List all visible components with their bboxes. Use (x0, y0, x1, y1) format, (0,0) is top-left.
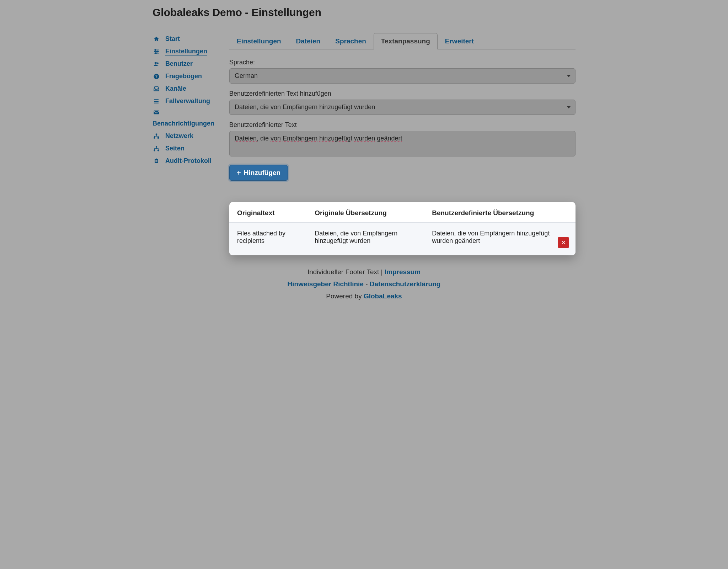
col-original-translation: Originale Übersetzung (307, 202, 424, 222)
sidebar-item-benutzer[interactable]: Benutzer (152, 58, 222, 70)
svg-text:?: ? (155, 74, 157, 78)
svg-rect-16 (157, 137, 159, 139)
add-button[interactable]: + Hinzufügen (229, 165, 288, 181)
custom-text-label: Benutzerdefinierter Text (229, 121, 576, 129)
sidebar-item-fallverwaltung[interactable]: Fallverwaltung (152, 95, 222, 107)
sidebar-item-seiten[interactable]: Seiten (152, 142, 222, 155)
cell-custom-translation: Dateien, die von Empfängern hinzugefügt … (424, 222, 576, 255)
home-icon (152, 36, 160, 42)
question-circle-icon: ? (152, 73, 160, 80)
language-label: Sprache: (229, 59, 576, 66)
svg-rect-21 (156, 158, 157, 159)
main-content: Einstellungen Dateien Sprachen Textanpas… (229, 33, 576, 255)
sidebar-item-audit[interactable]: Audit-Protokoll (152, 155, 222, 167)
add-custom-text-select[interactable]: Dateien, die von Empfängern hinzugefügt … (229, 100, 576, 115)
footer-custom-text: Individueller Footer Text (307, 268, 379, 276)
tab-sprachen[interactable]: Sprachen (328, 33, 374, 49)
sidebar-item-netzwerk[interactable]: Netzwerk (152, 130, 222, 142)
sidebar-item-label: Seiten (165, 145, 184, 152)
svg-point-6 (155, 62, 157, 64)
svg-rect-13 (154, 111, 159, 115)
language-select[interactable]: German (229, 68, 576, 84)
footer-datenschutz-link[interactable]: Datenschutzerklärung (370, 280, 441, 288)
custom-text-input[interactable]: Dateien, die von Empfängern hinzugefügt … (229, 131, 576, 156)
svg-point-3 (155, 49, 156, 50)
footer-globaleaks-link[interactable]: GlobaLeaks (364, 292, 402, 300)
svg-point-7 (157, 62, 159, 64)
sidebar-item-label: Benachrichtigungen (152, 120, 222, 127)
sidebar-item-einstellungen[interactable]: Einstellungen (152, 45, 222, 58)
svg-point-5 (155, 53, 156, 54)
svg-point-17 (156, 146, 157, 148)
plus-icon: + (237, 169, 241, 176)
translations-table: Originaltext Originale Übersetzung Benut… (229, 202, 576, 255)
footer: Individueller Footer Text | Impressum Hi… (152, 266, 576, 303)
footer-impressum-link[interactable]: Impressum (385, 268, 421, 276)
sidebar-item-label: Einstellungen (165, 48, 207, 55)
cell-original: Files attached by recipients (229, 222, 307, 255)
custom-translation-text: Dateien, die von Empfängern hinzugefügt … (432, 230, 550, 244)
list-icon (152, 99, 160, 104)
col-custom-translation: Benutzerdefinierte Übersetzung (424, 202, 576, 222)
svg-rect-15 (154, 137, 156, 139)
delete-row-button[interactable]: ✕ (558, 237, 569, 248)
tab-erweitert[interactable]: Erweitert (438, 33, 481, 49)
page-title: Globaleaks Demo - Einstellungen (152, 6, 576, 18)
sidebar-item-label: Benutzer (165, 60, 193, 68)
tab-dateien[interactable]: Dateien (289, 33, 328, 49)
sidebar-item-benachrichtigungen[interactable]: Benachrichtigungen (152, 107, 222, 130)
sidebar-item-label: Fragebögen (165, 73, 202, 80)
network-icon (152, 133, 160, 139)
sidebar-item-label: Kanäle (165, 85, 186, 92)
sliders-icon (152, 48, 160, 55)
add-button-label: Hinzufügen (244, 169, 280, 177)
sidebar-item-kanaele[interactable]: Kanäle (152, 83, 222, 95)
sidebar-item-label: Audit-Protokoll (165, 157, 212, 165)
col-original: Originaltext (229, 202, 307, 222)
tab-textanpassung[interactable]: Textanpassung (374, 33, 438, 49)
sidebar-item-start[interactable]: Start (152, 33, 222, 45)
sidebar-item-frageboegen[interactable]: ? Fragebögen (152, 70, 222, 83)
sidebar-item-label: Start (165, 35, 180, 43)
svg-point-4 (157, 51, 158, 52)
tab-einstellungen[interactable]: Einstellungen (229, 33, 289, 49)
svg-point-18 (154, 150, 156, 151)
add-custom-text-label: Benutzerdefinierten Text hinzufügen (229, 90, 576, 97)
envelope-icon (152, 110, 160, 115)
sidebar: Start Einstellungen Benutzer ? Frageböge… (152, 33, 222, 255)
tabs: Einstellungen Dateien Sprachen Textanpas… (229, 33, 576, 49)
users-icon (152, 61, 160, 67)
table-row: Files attached by recipients Dateien, di… (229, 222, 576, 255)
close-icon: ✕ (561, 239, 566, 246)
inbox-icon (152, 86, 160, 92)
sidebar-item-label: Netzwerk (165, 132, 193, 140)
footer-hinweisgeber-link[interactable]: Hinweisgeber Richtlinie (288, 280, 364, 288)
sitemap-icon (152, 145, 160, 152)
svg-rect-14 (156, 133, 157, 135)
footer-powered-prefix: Powered by (326, 292, 364, 300)
clipboard-icon (152, 158, 160, 164)
svg-rect-20 (155, 159, 158, 163)
sidebar-item-label: Fallverwaltung (165, 97, 210, 105)
cell-original-translation: Dateien, die von Empfängern hinzugefügt … (307, 222, 424, 255)
svg-point-19 (157, 150, 159, 151)
